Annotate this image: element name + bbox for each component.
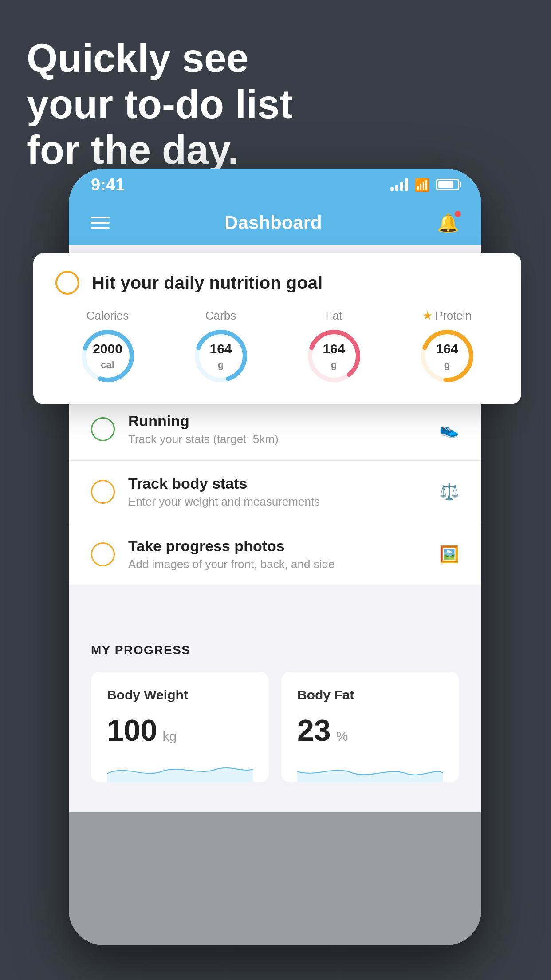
body-weight-value: 100 [107,715,157,745]
todo-title-running: Running [128,412,426,430]
todo-circle-running [91,417,115,441]
nutrition-stats: Calories 2000 cal Carbs [55,309,499,385]
notification-dot [455,211,461,217]
stat-calories-value: 2000 cal [93,341,122,371]
todo-text-photos: Take progress photos Add images of your … [128,537,426,571]
progress-section-title: MY PROGRESS [91,643,459,657]
body-fat-title: Body Fat [297,688,443,703]
todo-subtitle-body-stats: Enter your weight and measurements [128,495,426,509]
person-photo-icon: 🖼️ [439,545,459,564]
stat-calories-label-row: Calories [87,309,129,323]
body-fat-unit: % [336,729,348,744]
todo-subtitle-photos: Add images of your front, back, and side [128,557,426,571]
status-icons: 📶 [390,178,459,192]
wifi-icon: 📶 [414,178,430,192]
stat-fat-circle: 164 g [305,327,363,385]
stat-calories-label: Calories [87,309,129,323]
todo-subtitle-running: Track your stats (target: 5km) [128,432,426,446]
stat-carbs[interactable]: Carbs 164 g [192,309,250,385]
stat-calories[interactable]: Calories 2000 cal [79,309,137,385]
task-title-nutrition: Hit your daily nutrition goal [92,273,323,293]
progress-cards: Body Weight 100 kg Body Fat [91,672,459,782]
todo-item-photos[interactable]: Take progress photos Add images of your … [69,523,481,585]
stat-protein-circle: 164 g [418,327,476,385]
signal-icon [390,178,408,191]
todo-circle-photos [91,542,115,566]
stat-fat-label: Fat [326,309,342,323]
stat-carbs-label-row: Carbs [205,309,236,323]
body-fat-card[interactable]: Body Fat 23 % [281,672,459,782]
progress-section: MY PROGRESS Body Weight 100 kg [69,621,481,800]
floating-card: Hit your daily nutrition goal Calories 2… [33,253,521,404]
stat-protein-value: 164 g [436,341,458,371]
battery-icon [436,179,459,190]
nav-bar: Dashboard 🔔 [69,201,481,245]
body-fat-wave [297,756,443,782]
todo-item-body-stats[interactable]: Track body stats Enter your weight and m… [69,461,481,523]
task-circle-nutrition [55,271,79,295]
stat-fat-value: 164 g [323,341,345,371]
notification-bell-button[interactable]: 🔔 [437,213,459,233]
stat-protein[interactable]: ★ Protein 164 g [418,309,476,385]
todo-text-running: Running Track your stats (target: 5km) [128,412,426,446]
body-weight-unit: kg [162,729,177,744]
status-time: 9:41 [91,175,125,194]
stat-fat-label-row: Fat [326,309,342,323]
todo-title-photos: Take progress photos [128,537,426,555]
nav-title: Dashboard [224,212,322,233]
body-weight-wave [107,756,253,782]
todo-title-body-stats: Track body stats [128,475,426,492]
stat-calories-circle: 2000 cal [79,327,137,385]
stat-fat[interactable]: Fat 164 g [305,309,363,385]
stat-protein-label-row: ★ Protein [422,309,472,323]
todo-circle-body-stats [91,480,115,504]
stat-protein-label: Protein [435,309,472,323]
body-weight-card[interactable]: Body Weight 100 kg [91,672,269,782]
todo-text-body-stats: Track body stats Enter your weight and m… [128,475,426,509]
body-fat-value: 23 [297,715,331,745]
protein-star-icon: ★ [422,309,433,323]
running-shoe-icon: 👟 [439,420,459,439]
hamburger-menu[interactable] [91,217,110,229]
card-task-row: Hit your daily nutrition goal [55,271,499,295]
stat-carbs-circle: 164 g [192,327,250,385]
headline: Quickly see your to-do list for the day. [27,36,293,174]
dark-overlay [69,812,481,945]
scale-icon: ⚖️ [439,482,459,501]
stat-carbs-value: 164 g [209,341,232,371]
todo-item-running[interactable]: Running Track your stats (target: 5km) 👟 [69,398,481,461]
body-weight-title: Body Weight [107,688,253,703]
status-bar: 9:41 📶 [69,169,481,201]
stat-carbs-label: Carbs [205,309,236,323]
